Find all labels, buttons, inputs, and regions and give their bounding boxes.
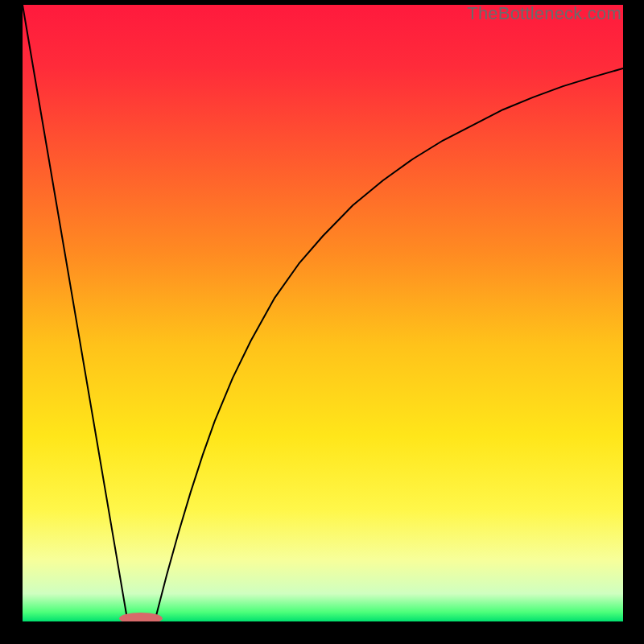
watermark-text: TheBottleneck.com [467,3,621,23]
watermark: TheBottleneck.com [467,3,621,24]
chart-svg [23,5,623,621]
chart-plot-area [23,5,623,621]
frame: TheBottleneck.com [0,0,644,644]
